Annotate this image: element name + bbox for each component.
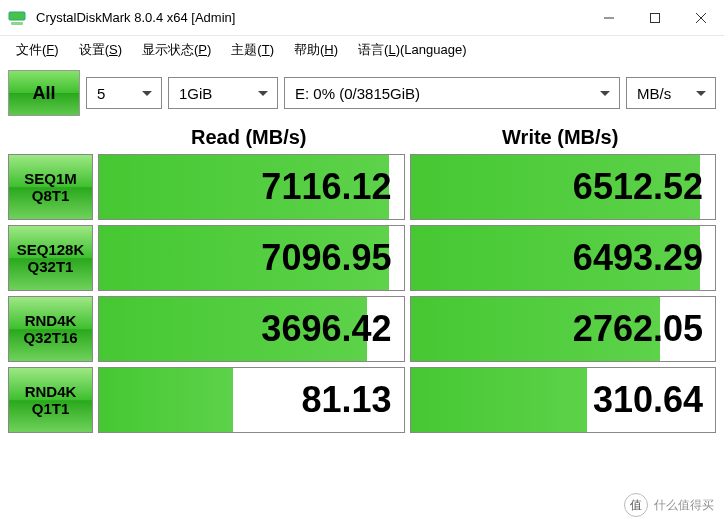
write-value: 6493.29 [410, 225, 717, 291]
write-header: Write (MB/s) [405, 126, 717, 149]
result-table: SEQ1M Q8T1 7116.12 6512.52 SEQ128K Q32T1… [0, 154, 724, 441]
result-row: RND4K Q1T1 81.13 310.64 [8, 367, 716, 433]
unit-select[interactable]: MB/s [626, 77, 716, 109]
menu-setup[interactable]: 设置(S) [69, 36, 132, 64]
write-value: 310.64 [410, 367, 717, 433]
window-controls [586, 0, 724, 35]
menu-bar: 文件(F) 设置(S) 显示状态(P) 主题(T) 帮助(H) 语言(L)(La… [0, 36, 724, 64]
read-header: Read (MB/s) [93, 126, 405, 149]
menu-profile[interactable]: 显示状态(P) [132, 36, 221, 64]
test-button-rnd4k-q1t1[interactable]: RND4K Q1T1 [8, 367, 93, 433]
result-row: SEQ1M Q8T1 7116.12 6512.52 [8, 154, 716, 220]
test-label-line2: Q32T16 [23, 329, 77, 346]
write-value: 2762.05 [410, 296, 717, 362]
write-value: 6512.52 [410, 154, 717, 220]
menu-theme[interactable]: 主题(T) [221, 36, 284, 64]
test-button-seq128k-q32t1[interactable]: SEQ128K Q32T1 [8, 225, 93, 291]
test-label-line2: Q32T1 [28, 258, 74, 275]
app-window: CrystalDiskMark 8.0.4 x64 [Admin] 文件(F) … [0, 0, 724, 523]
menu-file[interactable]: 文件(F) [6, 36, 69, 64]
test-label-line1: SEQ128K [17, 241, 85, 258]
watermark-icon: 值 [624, 493, 648, 517]
test-label-line2: Q1T1 [32, 400, 70, 417]
test-label-line1: RND4K [25, 383, 77, 400]
title-bar: CrystalDiskMark 8.0.4 x64 [Admin] [0, 0, 724, 36]
watermark: 值 什么值得买 [624, 493, 714, 517]
all-button[interactable]: All [8, 70, 80, 116]
read-value: 7096.95 [98, 225, 405, 291]
menu-help[interactable]: 帮助(H) [284, 36, 348, 64]
test-size-select[interactable]: 1GiB [168, 77, 278, 109]
test-count-select[interactable]: 5 [86, 77, 162, 109]
watermark-text: 什么值得买 [654, 497, 714, 514]
drive-select[interactable]: E: 0% (0/3815GiB) [284, 77, 620, 109]
minimize-button[interactable] [586, 0, 632, 35]
svg-rect-3 [651, 13, 660, 22]
header-spacer [8, 126, 93, 149]
read-value: 7116.12 [98, 154, 405, 220]
result-header: Read (MB/s) Write (MB/s) [0, 126, 724, 149]
toolbar: All 5 1GiB E: 0% (0/3815GiB) MB/s [0, 64, 724, 122]
menu-language[interactable]: 语言(L)(Language) [348, 36, 476, 64]
app-icon [8, 9, 26, 27]
test-button-rnd4k-q32t16[interactable]: RND4K Q32T16 [8, 296, 93, 362]
read-value: 3696.42 [98, 296, 405, 362]
svg-rect-1 [11, 22, 23, 25]
test-label-line2: Q8T1 [32, 187, 70, 204]
test-label-line1: RND4K [25, 312, 77, 329]
result-row: RND4K Q32T16 3696.42 2762.05 [8, 296, 716, 362]
svg-rect-0 [9, 12, 25, 20]
maximize-button[interactable] [632, 0, 678, 35]
read-value: 81.13 [98, 367, 405, 433]
window-title: CrystalDiskMark 8.0.4 x64 [Admin] [36, 10, 586, 25]
test-label-line1: SEQ1M [24, 170, 77, 187]
result-row: SEQ128K Q32T1 7096.95 6493.29 [8, 225, 716, 291]
test-button-seq1m-q8t1[interactable]: SEQ1M Q8T1 [8, 154, 93, 220]
close-button[interactable] [678, 0, 724, 35]
